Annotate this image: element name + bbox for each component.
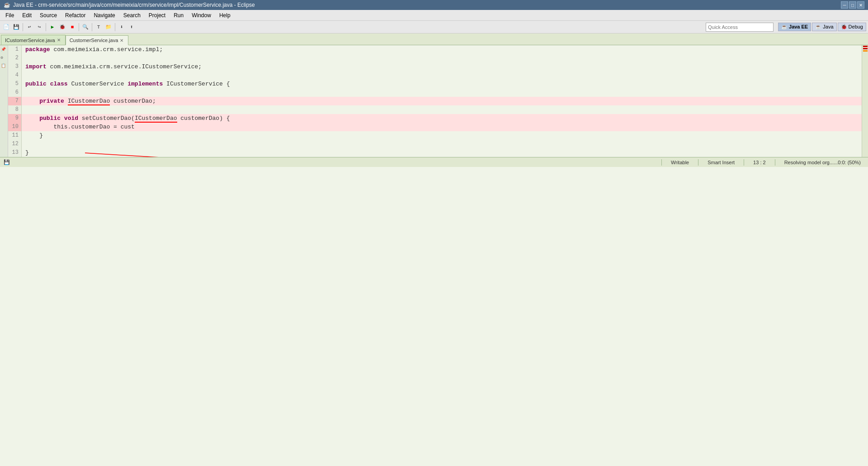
line-content-8 bbox=[22, 105, 29, 114]
tab-close-icustomerservice[interactable]: ✕ bbox=[57, 38, 61, 43]
line-num-1: 1 bbox=[8, 45, 22, 54]
perspective-debug[interactable]: 🐞 Debug bbox=[838, 23, 866, 31]
tab-customerservice[interactable]: CustomerService.java ✕ bbox=[66, 35, 129, 45]
quick-access-input[interactable] bbox=[706, 23, 774, 32]
code-line-7: 7 private ICustomerDao customerDao; ! bbox=[8, 97, 862, 105]
status-sep-1 bbox=[661, 159, 662, 166]
line-content-3: import com.meimeixia.crm.service.ICustom… bbox=[22, 62, 202, 71]
search-button[interactable]: 🔍 bbox=[81, 23, 90, 32]
open-resource-button[interactable]: 📁 bbox=[104, 23, 113, 32]
toolbar-separator-1 bbox=[23, 23, 23, 31]
next-annotation-button[interactable]: ⬇ bbox=[117, 23, 126, 32]
gutter-icon-2: ⚙ bbox=[1, 55, 7, 62]
menu-edit[interactable]: Edit bbox=[19, 11, 35, 19]
line-num-10: 10 bbox=[8, 123, 22, 131]
line-content-1: package com.meimeixia.crm.service.impl; bbox=[22, 45, 163, 54]
app-icon: ☕ bbox=[4, 2, 10, 8]
tab-label-active: CustomerService.java bbox=[70, 38, 118, 43]
menu-run[interactable]: Run bbox=[170, 11, 187, 19]
code-lines: 1 package com.meimeixia.crm.service.impl… bbox=[8, 45, 862, 157]
status-smart-insert: Smart Insert bbox=[704, 160, 738, 165]
toolbar-separator-2 bbox=[46, 23, 46, 31]
line-content-7: private ICustomerDao customerDao; bbox=[22, 97, 156, 105]
line-content-10: this.customerDao = cust bbox=[22, 123, 135, 131]
code-line-12: 12 bbox=[8, 140, 862, 148]
line-content-5: public class CustomerService implements … bbox=[22, 80, 230, 88]
gutter-icon-3: 📋 bbox=[1, 63, 7, 70]
menu-refactor[interactable]: Refactor bbox=[61, 11, 89, 19]
undo-button[interactable]: ↩ bbox=[25, 23, 34, 32]
menu-search[interactable]: Search bbox=[120, 11, 144, 19]
line-content-12 bbox=[22, 140, 29, 148]
quick-access-wrapper bbox=[706, 23, 774, 32]
code-line-9: 9 public void setCustomerDao(ICustomerDa… bbox=[8, 114, 862, 123]
menu-bar: File Edit Source Refactor Navigate Searc… bbox=[0, 10, 868, 21]
open-type-button[interactable]: T bbox=[94, 23, 103, 32]
toolbar-separator-5 bbox=[115, 23, 115, 31]
menu-help[interactable]: Help bbox=[216, 11, 234, 19]
status-sep-4 bbox=[775, 159, 775, 166]
close-button[interactable]: ✕ bbox=[857, 1, 864, 9]
status-bar: 💾 Writable Smart Insert 13 : 2 Resolving… bbox=[0, 157, 868, 167]
editor-with-sidebar: 📌 ⚙ 📋 1 package com.meimeixia.crm.servic… bbox=[0, 45, 868, 157]
debug-button[interactable]: 🐞 bbox=[58, 23, 67, 32]
left-gutter: 📌 ⚙ 📋 bbox=[0, 45, 8, 157]
tab-icustomerservice[interactable]: ICustomerService.java ✕ bbox=[1, 35, 66, 45]
new-button[interactable]: 📄 bbox=[2, 23, 11, 32]
menu-file[interactable]: File bbox=[2, 11, 18, 19]
code-line-8: 8 bbox=[8, 105, 862, 114]
title-bar-left: ☕ Java EE - crm-service/src/main/java/co… bbox=[4, 2, 255, 8]
status-sep-3 bbox=[744, 159, 744, 166]
line-content-2 bbox=[22, 54, 29, 62]
menu-navigate[interactable]: Navigate bbox=[90, 11, 118, 19]
main-area: ICustomerService.java ✕ CustomerService.… bbox=[0, 33, 868, 157]
menu-project[interactable]: Project bbox=[145, 11, 169, 19]
editor-tabs: ICustomerService.java ✕ CustomerService.… bbox=[0, 33, 868, 45]
prev-annotation-button[interactable]: ⬆ bbox=[127, 23, 136, 32]
redo-button[interactable]: ↪ bbox=[35, 23, 44, 32]
line-content-11: } bbox=[22, 131, 43, 140]
line-num-4: 4 bbox=[8, 71, 22, 80]
status-writable: Writable bbox=[667, 160, 693, 165]
minimize-button[interactable]: ─ bbox=[841, 1, 848, 9]
save-button[interactable]: 💾 bbox=[12, 23, 21, 32]
tab-close-customerservice[interactable]: ✕ bbox=[120, 38, 123, 43]
tab-label: ICustomerService.java bbox=[5, 38, 55, 43]
window-title: Java EE - crm-service/src/main/java/com/… bbox=[13, 2, 255, 8]
line-content-9: public void setCustomerDao(ICustomerDao … bbox=[22, 114, 230, 123]
line-num-2: 2 bbox=[8, 54, 22, 62]
line-content-13: } bbox=[22, 148, 29, 157]
line-num-11: 11 bbox=[8, 131, 22, 140]
right-scrollbar[interactable] bbox=[862, 45, 868, 157]
code-line-11: 11 } bbox=[8, 131, 862, 140]
code-line-3: 3 import com.meimeixia.crm.service.ICust… bbox=[8, 62, 862, 71]
warning-mark-1 bbox=[863, 50, 868, 52]
gutter-icon-1: 📌 bbox=[1, 47, 7, 53]
code-line-1: 1 package com.meimeixia.crm.service.impl… bbox=[8, 45, 862, 54]
menu-window[interactable]: Window bbox=[188, 11, 215, 19]
status-resolving: Resolving model org......0:0: (50%) bbox=[781, 160, 864, 165]
code-line-13: 13 } bbox=[8, 148, 862, 157]
line-num-9: 9 bbox=[8, 114, 22, 123]
stop-button[interactable]: ■ bbox=[68, 23, 77, 32]
maximize-button[interactable]: □ bbox=[849, 1, 856, 9]
title-bar-controls: ─ □ ✕ bbox=[841, 1, 864, 9]
code-line-4: 4 bbox=[8, 71, 862, 80]
line-num-6: 6 bbox=[8, 88, 22, 97]
perspective-bar: ☕ Java EE ☕ Java 🐞 Debug bbox=[778, 23, 866, 31]
perspective-javaee[interactable]: ☕ Java EE bbox=[778, 23, 811, 31]
error-mark-1 bbox=[863, 46, 868, 47]
perspective-java[interactable]: ☕ Java bbox=[812, 23, 836, 31]
line-num-3: 3 bbox=[8, 62, 22, 71]
menu-source[interactable]: Source bbox=[36, 11, 61, 19]
code-line-6: 6 bbox=[8, 88, 862, 97]
status-position: 13 : 2 bbox=[750, 160, 769, 165]
line-num-12: 12 bbox=[8, 140, 22, 148]
code-line-5: 5 public class CustomerService implement… bbox=[8, 80, 862, 88]
code-editor[interactable]: 1 package com.meimeixia.crm.service.impl… bbox=[8, 45, 862, 157]
code-line-2: 2 bbox=[8, 54, 862, 62]
toolbar: 📄 💾 ↩ ↪ ▶ 🐞 ■ 🔍 T 📁 ⬇ ⬆ ☕ Java EE ☕ Java… bbox=[0, 21, 868, 33]
toolbar-separator-3 bbox=[79, 23, 79, 31]
status-save-icon: 💾 bbox=[4, 159, 10, 165]
run-button[interactable]: ▶ bbox=[48, 23, 57, 32]
